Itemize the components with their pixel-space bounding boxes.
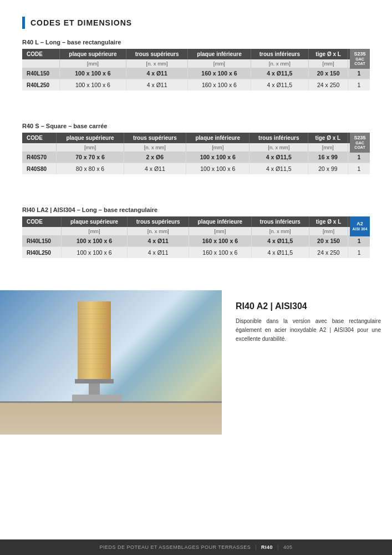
cell-r40s-0-1: 70 x 70 x 6	[57, 152, 124, 163]
footer-product-code: RI40	[261, 544, 273, 550]
cell-r40l-0-3: 160 x 100 x 6	[188, 68, 251, 79]
col-unit-r40l-1: [mm]	[59, 59, 126, 68]
col-unit-r40l-5: [mm]	[309, 59, 348, 68]
bottom-section: RI40 A2 | AISI304 Disponible dans la ver…	[0, 290, 392, 435]
cell-r40s-1-5: 20 x 99	[308, 163, 348, 175]
cell-r40s-0-6: 1	[348, 152, 370, 163]
table-subtitle-ri40: RI40 LA2 | AISI304 – Long – base rectang…	[22, 206, 370, 213]
col-header-r40l-4: trous inférieurs	[251, 49, 309, 59]
table-wrapper-ri40: A2AISI 304CODEplaque supérieuretrous sup…	[22, 216, 370, 258]
col-header-r40s-5: tige Ø x L	[308, 133, 348, 143]
table-row-r40s-0: R40S7070 x 70 x 62 x Ø6100 x 100 x 64 x …	[22, 152, 370, 163]
col-unit-ri40-5: [mm]	[309, 227, 348, 235]
quality-badge-r40s: S235GAC COAT	[350, 133, 370, 153]
section-header: CODES ET DIMENSIONS	[22, 17, 370, 29]
table-row-ri40-1: RI40L250100 x 100 x 64 x Ø11160 x 100 x …	[22, 247, 370, 259]
col-header-r40s-1: plaque supérieure	[57, 133, 124, 143]
cell-ri40-0-4: 4 x Ø11,5	[251, 235, 309, 247]
col-unit-r40l-2: [n. x mm]	[126, 59, 187, 68]
col-unit-ri40-4: [n. x mm]	[251, 227, 309, 235]
cell-ri40-1-6: 1	[348, 247, 370, 259]
cell-r40s-0-0: R40S70	[22, 152, 57, 163]
cell-r40l-1-2: 4 x Ø11	[126, 79, 187, 91]
cell-r40l-1-1: 100 x 100 x 6	[59, 79, 126, 91]
cell-r40l-1-0: R40L250	[22, 79, 59, 91]
col-unit-r40l-0	[22, 59, 59, 68]
cell-r40s-0-4: 4 x Ø11,5	[250, 152, 308, 163]
cell-r40l-0-0: R40L150	[22, 68, 59, 79]
cell-r40l-1-4: 4 x Ø11,5	[251, 79, 309, 91]
quality-badge-ri40: A2AISI 304	[350, 216, 370, 236]
table-wrapper-r40s: S235GAC COATCODEplaque supérieuretrous s…	[22, 133, 370, 174]
page-footer: PIEDS DE POTEAU ET ASSEMBLAGES POUR TERR…	[0, 539, 392, 555]
cell-r40l-0-2: 4 x Ø11	[126, 68, 187, 79]
table-r40s: CODEplaque supérieuretrous supérieurspla…	[22, 133, 370, 174]
post-connector	[89, 384, 100, 395]
table-block-ri40: RI40 LA2 | AISI304 – Long – base rectang…	[22, 206, 370, 258]
footer-page-number: 405	[283, 544, 293, 550]
col-header-r40l-1: plaque supérieure	[59, 49, 126, 59]
cell-ri40-0-0: RI40L150	[22, 235, 61, 247]
cell-r40l-1-5: 24 x 250	[309, 79, 348, 91]
table-row-r40l-0: R40L150100 x 100 x 64 x Ø11160 x 100 x 6…	[22, 68, 370, 79]
col-header-r40l-2: trous supérieurs	[126, 49, 187, 59]
col-unit-r40s-3: [mm]	[186, 143, 250, 152]
cell-r40s-0-3: 100 x 100 x 6	[186, 152, 250, 163]
col-unit-ri40-3: [mm]	[189, 227, 252, 235]
col-header-r40s-0: CODE	[22, 133, 57, 143]
col-unit-ri40-0	[22, 227, 61, 235]
cell-ri40-1-3: 160 x 100 x 6	[189, 247, 252, 259]
cell-r40s-1-2: 4 x Ø11	[124, 163, 186, 175]
table-block-r40l: R40 L – Long – base rectangulaireS235GAC…	[22, 39, 370, 90]
table-wrapper-r40l: S235GAC COATCODEplaque supérieuretrous s…	[22, 49, 370, 90]
product-desc: Disponible dans la version avec base rec…	[236, 317, 381, 344]
section-title: CODES ET DIMENSIONS	[30, 18, 132, 27]
post-base	[75, 379, 114, 384]
col-unit-ri40-2: [n. x mm]	[128, 227, 189, 235]
cell-r40s-1-6: 1	[348, 163, 370, 175]
cell-ri40-0-2: 4 x Ø11	[128, 235, 189, 247]
cell-r40s-1-4: 4 x Ø11,5	[250, 163, 308, 175]
col-header-r40s-3: plaque inférieure	[186, 133, 250, 143]
col-header-ri40-5: tige Ø x L	[309, 216, 348, 227]
col-header-ri40-4: trous inférieurs	[251, 216, 309, 227]
col-unit-r40s-1: [mm]	[57, 143, 124, 152]
table-subtitle-r40s: R40 S – Square – base carrée	[22, 123, 370, 129]
page-content: CODES ET DIMENSIONS R40 L – Long – base …	[0, 0, 392, 285]
post-visual	[72, 301, 116, 401]
quality-badge-r40l: S235GAC COAT	[350, 49, 370, 69]
cell-r40l-0-4: 4 x Ø11,5	[251, 68, 309, 79]
col-header-r40s-2: trous supérieurs	[124, 133, 186, 143]
cell-ri40-0-6: 1	[348, 235, 370, 247]
table-row-ri40-0: RI40L150100 x 100 x 64 x Ø11160 x 100 x …	[22, 235, 370, 247]
post-body	[78, 301, 111, 379]
section-bar	[22, 17, 25, 29]
col-header-ri40-0: CODE	[22, 216, 61, 227]
ground-visual	[0, 401, 222, 435]
cell-ri40-1-4: 4 x Ø11,5	[251, 247, 309, 259]
bottom-text: RI40 A2 | AISI304 Disponible dans la ver…	[222, 290, 392, 435]
col-header-r40s-4: trous inférieurs	[250, 133, 308, 143]
tables-container: R40 L – Long – base rectangulaireS235GAC…	[22, 39, 370, 258]
cell-r40s-0-2: 2 x Ø6	[124, 152, 186, 163]
footer-sep: |	[255, 544, 257, 550]
col-unit-r40s-2: [n. x mm]	[124, 143, 186, 152]
table-r40l: CODEplaque supérieuretrous supérieurspla…	[22, 49, 370, 90]
cell-r40s-1-0: R40S80	[22, 163, 57, 175]
cell-ri40-0-3: 160 x 100 x 6	[189, 235, 252, 247]
col-unit-ri40-1: [mm]	[61, 227, 127, 235]
col-unit-r40l-4: [n. x mm]	[251, 59, 309, 68]
cell-ri40-1-5: 24 x 250	[309, 247, 348, 259]
col-unit-r40s-0	[22, 143, 57, 152]
col-unit-r40l-3: [mm]	[188, 59, 251, 68]
cell-ri40-1-2: 4 x Ø11	[128, 247, 189, 259]
post-bolt-plate	[72, 395, 122, 401]
cell-r40l-0-6: 1	[348, 68, 370, 79]
footer-sep2: |	[277, 544, 279, 550]
col-unit-r40s-4: [n. x mm]	[250, 143, 308, 152]
product-image	[0, 290, 222, 435]
col-header-ri40-2: trous supérieurs	[128, 216, 189, 227]
cell-r40l-0-1: 100 x 100 x 6	[59, 68, 126, 79]
table-ri40: CODEplaque supérieuretrous supérieurspla…	[22, 216, 370, 258]
col-header-ri40-1: plaque supérieure	[61, 216, 127, 227]
